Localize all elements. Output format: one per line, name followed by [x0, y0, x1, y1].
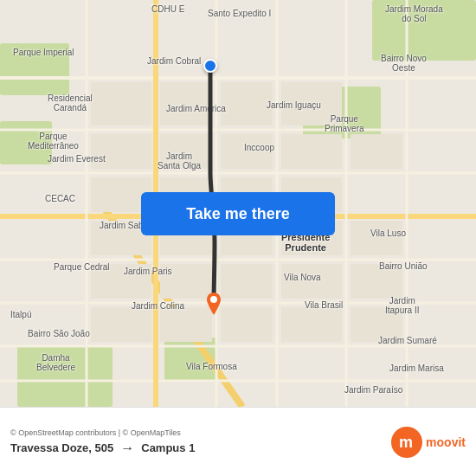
svg-rect-48: [221, 307, 273, 342]
svg-rect-23: [91, 82, 151, 125]
label-jardim-iguacu: Jardim Iguaçu: [267, 100, 321, 110]
label-jardim-america: Jardim América: [166, 104, 226, 113]
svg-rect-43: [221, 264, 273, 299]
label-bairro-novo: Bairro NovoOeste: [381, 54, 427, 73]
label-jardim-morada: Jardim Moradado Sol: [385, 4, 443, 23]
label-damha: DamhaBelvedere: [36, 353, 75, 372]
label-jardim-paraiso: Jardim Paraíso: [344, 385, 402, 395]
label-jardim-itapura: JardimItapura II: [385, 296, 419, 315]
label-bairro-sao-joao: Bairro São João: [28, 329, 90, 338]
label-vila-brasil: Vila Brasil: [305, 300, 343, 310]
svg-rect-27: [91, 134, 151, 169]
svg-rect-40: [351, 221, 402, 255]
label-jardim-santa: JardimSanta Olga: [158, 151, 201, 170]
label-parque-cedral: Parque Cedral: [54, 262, 109, 272]
label-parque-med: ParqueMediterrâneo: [28, 132, 79, 151]
label-jardim-paris: Jardim Paris: [124, 267, 172, 276]
origin-marker: [203, 59, 217, 73]
label-cdhu: CDHU E: [151, 4, 184, 14]
label-bairro-uniao: Bairro União: [379, 261, 428, 271]
label-cecac: CECAC: [45, 194, 75, 203]
label-parque-primavera: ParquePrimavera: [325, 114, 364, 133]
origin-text: Travessa Doze, 505: [10, 441, 113, 454]
label-vila-nova: Vila Nova: [284, 273, 321, 282]
svg-rect-25: [221, 82, 273, 125]
label-jardim-everest: Jardim Everest: [48, 154, 106, 164]
label-residencial: ResidencialCarandá: [48, 93, 93, 113]
svg-rect-49: [281, 307, 342, 342]
bottom-bar: © OpenStreetMap contributors | © OpenMap…: [0, 407, 476, 476]
arrow-icon: →: [120, 441, 134, 456]
attribution: © OpenStreetMap contributors | © OpenMap…: [10, 428, 391, 437]
map-container: CDHU E Santo Expedito I Jardim Moradado …: [0, 0, 476, 407]
svg-text:m: m: [399, 434, 413, 451]
route-info: Travessa Doze, 505 → Campus 1: [10, 441, 391, 456]
label-parque-imperial: Parque Imperial: [13, 48, 74, 57]
destination-text: Campus 1: [141, 441, 195, 454]
label-vila-formosa: Vila Formosa: [186, 362, 237, 371]
destination-marker: [203, 293, 224, 318]
moovit-logo: m moovit: [391, 427, 466, 458]
bottom-left: © OpenStreetMap contributors | © OpenMap…: [10, 428, 391, 456]
moovit-icon: m: [391, 427, 422, 458]
label-vila-luso: Vila Luso: [370, 228, 406, 238]
label-jardim-marisa: Jardim Marisa: [389, 363, 444, 373]
label-jardim-cobral: Jardim Cobral: [147, 56, 201, 66]
label-jardim-sumare: Jardim Sumaré: [378, 336, 437, 345]
label-italpu: Italpú: [10, 310, 31, 319]
svg-rect-31: [351, 134, 402, 169]
svg-point-51: [210, 296, 217, 303]
label-jardim-colina: Jardim Colina: [132, 301, 184, 311]
label-inccoop: Inccoop: [244, 143, 274, 152]
label-santo-expedito: Santo Expedito I: [208, 9, 271, 18]
take-me-there-button[interactable]: Take me there: [141, 192, 335, 235]
svg-rect-30: [281, 134, 342, 169]
svg-rect-46: [91, 307, 151, 342]
moovit-name: moovit: [426, 435, 466, 449]
